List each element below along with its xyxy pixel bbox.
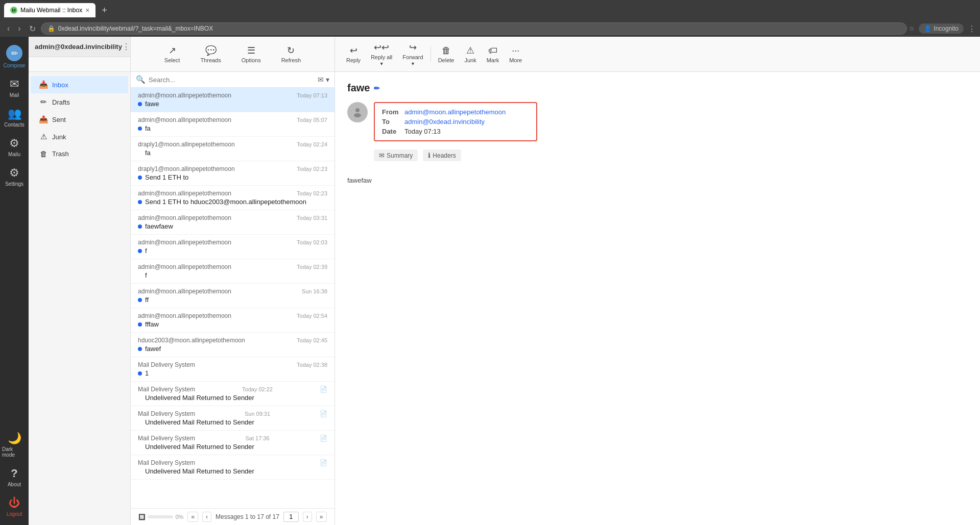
email-list-item[interactable]: hduoc2003@moon.allinpepetothemoon Today … [131, 333, 334, 357]
prev-page-button[interactable]: ‹ [202, 512, 211, 522]
forward-button[interactable]: › [15, 23, 23, 34]
new-tab-button[interactable]: + [98, 4, 111, 17]
edit-icon[interactable]: ✏ [374, 84, 380, 92]
email-list-item[interactable]: Mail Delivery System Sun 09:31 📄 Undeliv… [131, 406, 334, 431]
email-subject-row: faewfaew [138, 222, 327, 230]
mail-label: Mail [10, 92, 19, 98]
search-input[interactable] [149, 76, 315, 84]
headers-button[interactable]: ℹ Headers [423, 149, 461, 161]
junk-label: Junk [52, 133, 66, 141]
unread-dot [138, 249, 142, 253]
email-list-item[interactable]: admin@moon.allinpepetothemoon Today 02:2… [131, 186, 334, 210]
email-time: Sat 17:36 [245, 435, 269, 441]
folder-item-trash[interactable]: 🗑 Trash [31, 145, 128, 162]
bookmark-icon[interactable]: ☆ [909, 25, 915, 32]
reply-all-icon: ↩↩ [374, 42, 389, 53]
sidebar-item-darkmode[interactable]: 🌙 Dark mode [0, 428, 29, 462]
first-page-button[interactable]: « [187, 512, 198, 522]
folder-item-drafts[interactable]: ✏ Drafts [31, 93, 128, 111]
refresh-button[interactable]: ↻ Refresh [277, 43, 305, 65]
email-list-item[interactable]: Mail Delivery System Today 02:22 📄 Undel… [131, 382, 334, 406]
more-icon: ··· [512, 45, 519, 56]
delete-button[interactable]: 🗑 Delete [435, 43, 458, 65]
email-list-item[interactable]: Mail Delivery System 📄 Undelivered Mail … [131, 455, 334, 480]
folder-menu-button[interactable]: ⋮ [122, 42, 130, 52]
mark-icon: 🏷 [488, 45, 497, 56]
email-list-item[interactable]: draply1@moon.allinpepetothemoon Today 02… [131, 161, 334, 186]
summary-button[interactable]: ✉ Summary [374, 149, 418, 161]
compose-icon: ✏ [6, 45, 22, 61]
progress-label: 🔲 [138, 514, 146, 520]
sidebar-item-compose[interactable]: ✏ Compose [0, 41, 29, 72]
junk-button[interactable]: ⚠ Junk [461, 43, 479, 65]
email-list-item[interactable]: admin@moon.allinpepetothemoon Today 02:0… [131, 235, 334, 259]
list-toolbar: ↗ Select 💬 Threads ☰ Options ↻ Refresh [131, 37, 335, 71]
select-button[interactable]: ↗ Select [160, 43, 184, 65]
account-label: admin@0xdead.invincibility [35, 43, 122, 51]
email-sender: Mail Delivery System [138, 459, 195, 466]
email-subject-row: f [138, 247, 327, 255]
back-button[interactable]: ‹ [4, 23, 13, 34]
summary-icon: ✉ [379, 152, 385, 159]
sidebar-item-mail[interactable]: ✉ Mail [0, 73, 29, 102]
unread-dot [138, 127, 142, 131]
email-subject: fawef [145, 345, 161, 353]
folder-item-junk[interactable]: ⚠ Junk [31, 128, 128, 145]
sidebar-item-logout[interactable]: ⏻ Logout [0, 492, 29, 521]
email-list-item[interactable]: admin@moon.allinpepetothemoon Today 07:1… [131, 88, 334, 112]
reload-button[interactable]: ↻ [26, 23, 39, 35]
progress-pct: 0% [175, 514, 183, 520]
folder-item-inbox[interactable]: 📥 Inbox [31, 76, 128, 93]
more-button[interactable]: ··· More [506, 43, 525, 65]
unread-dot [138, 347, 142, 351]
email-subject: fa [145, 124, 151, 132]
tab-close-button[interactable]: × [85, 6, 89, 14]
email-list-item[interactable]: Mail Delivery System Today 02:38 1 [131, 357, 334, 382]
mark-button[interactable]: 🏷 Mark [484, 43, 502, 65]
sidebar-item-contacts[interactable]: 👥 Contacts [0, 103, 29, 132]
email-time: Today 05:07 [297, 117, 327, 123]
headers-icon: ℹ [428, 152, 431, 159]
email-list-item[interactable]: admin@moon.allinpepetothemoon Today 02:3… [131, 259, 334, 284]
incognito-button[interactable]: 👤 Incognito [919, 23, 964, 34]
messages-label: Messages 1 to 17 of 17 [216, 513, 279, 520]
active-tab[interactable]: M Mailu Webmail :: Inbox × [4, 3, 95, 17]
email-sender: Mail Delivery System [138, 386, 195, 393]
search-bar: 🔍 ✉ ▾ [131, 72, 334, 88]
reply-button[interactable]: ↩ Reply [343, 43, 364, 65]
email-subject-row: f [138, 271, 327, 279]
last-page-button[interactable]: » [316, 512, 327, 522]
threads-button[interactable]: 💬 Threads [196, 43, 225, 65]
sidebar-item-mailu[interactable]: ⚙ Mailu [0, 133, 29, 161]
forward-icon: ↪ [409, 42, 417, 53]
search-actions: ✉ ▾ [318, 76, 329, 84]
email-list-item[interactable]: admin@moon.allinpepetothemoon Today 02:5… [131, 308, 334, 333]
next-page-button[interactable]: › [303, 512, 312, 522]
to-row: To admin@0xdead.invincibility [382, 118, 529, 126]
email-list-item[interactable]: Mail Delivery System Sat 17:36 📄 Undeliv… [131, 431, 334, 455]
page-number-input[interactable] [283, 512, 299, 522]
email-list-panel: 🔍 ✉ ▾ admin@moon.allinpepetothemoon Toda… [131, 72, 335, 525]
email-subject-row: fa [138, 124, 327, 132]
email-subject-row: Undelivered Mail Returned to Sender [138, 418, 327, 426]
sidebar-item-settings[interactable]: ⚙ Settings [0, 162, 29, 191]
menu-icon[interactable]: ⋮ [968, 24, 976, 34]
contacts-label: Contacts [4, 122, 24, 128]
search-mail-type-button[interactable]: ✉ [318, 76, 324, 84]
reply-all-button[interactable]: ↩↩ Reply all ▼ [368, 40, 395, 68]
email-list-item[interactable]: draply1@moon.allinpepetothemoon Today 02… [131, 137, 334, 161]
search-dropdown-button[interactable]: ▾ [326, 76, 329, 84]
email-list-item[interactable]: admin@moon.allinpepetothemoon Sun 16:38 … [131, 284, 334, 308]
email-sender: admin@moon.allinpepetothemoon [138, 92, 231, 99]
email-list-item[interactable]: admin@moon.allinpepetothemoon Today 05:0… [131, 112, 334, 137]
sidebar-item-about[interactable]: ? About [0, 463, 29, 491]
svg-point-1 [354, 113, 361, 117]
options-button[interactable]: ☰ Options [237, 43, 265, 65]
folder-item-sent[interactable]: 📤 Sent [31, 111, 128, 128]
email-meta-box: From admin@moon.allinpepetothemoon To ad… [374, 102, 537, 141]
options-icon: ☰ [247, 45, 255, 56]
address-bar[interactable]: 🔒 0xdead.invincibility/webmail/?_task=ma… [41, 22, 907, 35]
forward-button[interactable]: ↪ Forward ▼ [399, 40, 426, 68]
email-list-item[interactable]: admin@moon.allinpepetothemoon Today 03:3… [131, 210, 334, 235]
email-subject-row: Send 1 ETH to [138, 173, 327, 181]
